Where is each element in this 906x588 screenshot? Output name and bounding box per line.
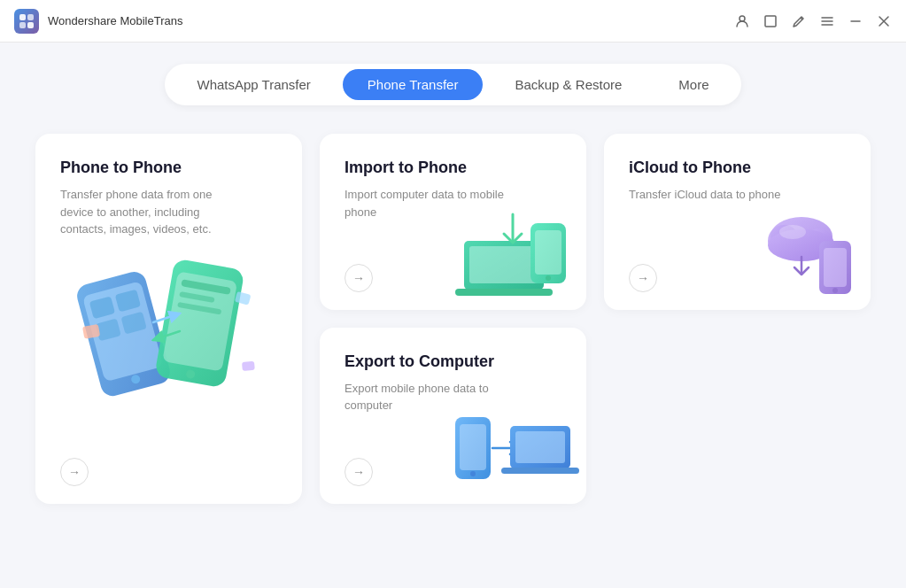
card-desc-phone-to-phone: Transfer phone data from one device to a…: [60, 186, 220, 238]
svg-rect-5: [765, 16, 776, 27]
card-title-export: Export to Computer: [345, 352, 565, 371]
profile-icon[interactable]: [734, 13, 750, 29]
svg-rect-23: [469, 246, 538, 283]
import-illustration: [446, 197, 579, 303]
svg-point-38: [470, 471, 476, 476]
card-title-import: Import to Phone: [345, 159, 565, 177]
titlebar-controls: [734, 13, 892, 29]
card-arrow-export[interactable]: →: [345, 458, 373, 486]
svg-rect-21: [242, 360, 255, 370]
svg-point-27: [546, 275, 551, 281]
svg-point-4: [740, 16, 745, 21]
card-icloud-to-phone[interactable]: iCloud to Phone Transfer iCloud data to …: [604, 134, 871, 310]
svg-rect-2: [19, 22, 26, 28]
nav-tabs: WhatsApp Transfer Phone Transfer Backup …: [165, 64, 740, 105]
phone-to-phone-illustration: [65, 238, 277, 415]
tab-more[interactable]: More: [654, 69, 733, 100]
app-title: Wondershare MobileTrans: [48, 14, 182, 27]
titlebar: Wondershare MobileTrans: [0, 0, 906, 43]
svg-point-32: [779, 225, 806, 239]
card-arrow-phone-to-phone[interactable]: →: [60, 458, 89, 486]
card-title-phone-to-phone: Phone to Phone: [60, 159, 281, 177]
svg-rect-34: [824, 248, 847, 287]
icloud-illustration: [740, 197, 863, 303]
svg-rect-37: [460, 424, 486, 470]
svg-rect-0: [19, 14, 26, 20]
svg-rect-26: [535, 230, 561, 275]
export-illustration: [446, 382, 579, 497]
app-icon: [14, 9, 39, 34]
card-title-icloud: iCloud to Phone: [629, 159, 849, 177]
titlebar-left: Wondershare MobileTrans: [14, 9, 182, 34]
cards-grid: Phone to Phone Transfer phone data from …: [35, 134, 871, 504]
minimize-icon[interactable]: [848, 13, 863, 29]
edit-icon[interactable]: [791, 13, 807, 29]
svg-point-35: [832, 288, 838, 293]
tab-whatsapp[interactable]: WhatsApp Transfer: [172, 69, 335, 100]
card-arrow-icloud[interactable]: →: [629, 264, 657, 292]
square-icon[interactable]: [763, 13, 778, 29]
card-export-to-computer[interactable]: Export to Computer Export mobile phone d…: [320, 328, 586, 504]
svg-rect-40: [515, 431, 565, 463]
card-arrow-import[interactable]: →: [345, 264, 373, 292]
svg-rect-3: [27, 22, 34, 28]
tab-backup[interactable]: Backup & Restore: [490, 69, 647, 100]
svg-rect-24: [455, 289, 553, 296]
tab-phone[interactable]: Phone Transfer: [343, 69, 484, 100]
menu-icon[interactable]: [819, 13, 835, 29]
svg-rect-1: [27, 14, 34, 20]
svg-rect-41: [501, 468, 579, 474]
close-icon[interactable]: [876, 13, 892, 29]
main-content: WhatsApp Transfer Phone Transfer Backup …: [0, 43, 906, 588]
card-import-to-phone[interactable]: Import to Phone Import computer data to …: [320, 134, 586, 310]
card-phone-to-phone[interactable]: Phone to Phone Transfer phone data from …: [35, 134, 302, 504]
